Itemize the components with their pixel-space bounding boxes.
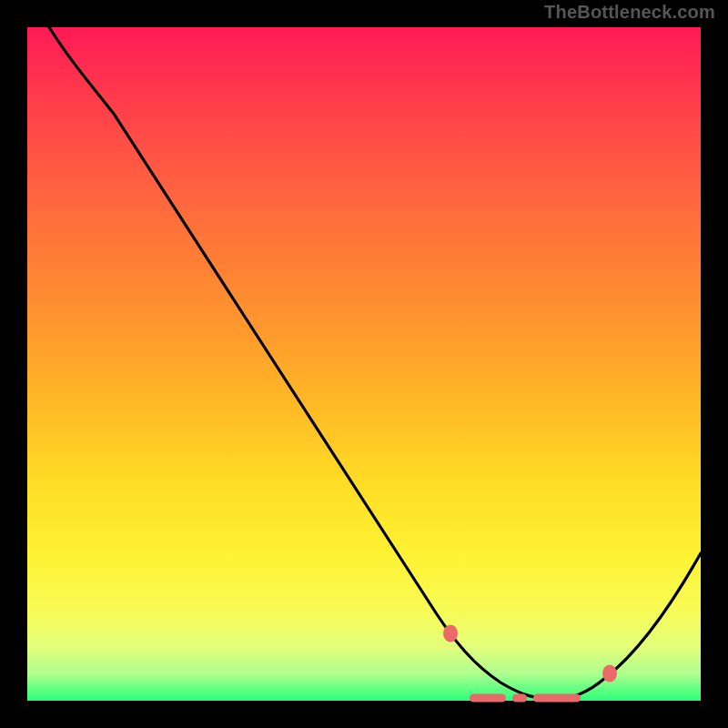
curve-marker-strip [533,694,581,703]
bottleneck-curve [27,0,701,699]
curve-marker [602,665,617,682]
curve-marker-strip [512,694,527,703]
curve-marker-strip [470,694,506,703]
curve-layer [27,27,701,701]
chart-container: TheBottleneck.com [0,0,728,728]
attribution-text: TheBottleneck.com [544,2,715,23]
curve-marker [443,625,458,642]
plot-area [27,27,701,701]
